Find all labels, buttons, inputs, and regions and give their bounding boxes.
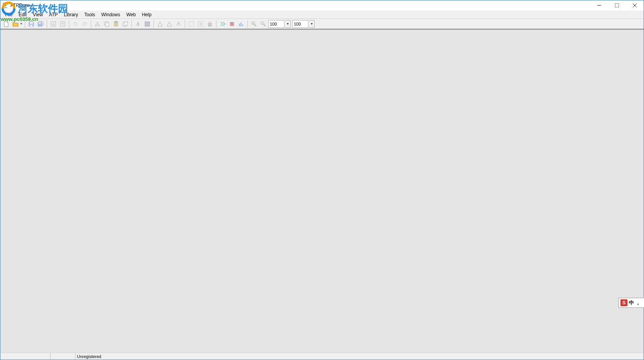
- status-text: Unregistered: [75, 354, 101, 359]
- statusbar: Unregistered: [0, 353, 644, 360]
- svg-rect-19: [124, 22, 128, 26]
- svg-rect-17: [115, 21, 117, 22]
- app-title: ATPDraw: [10, 3, 30, 8]
- ime-bar[interactable]: S 中 ，: [618, 298, 644, 308]
- separator: [25, 20, 25, 28]
- run-button: [218, 20, 227, 28]
- menu-view[interactable]: View: [30, 11, 46, 19]
- save-button: [27, 20, 36, 28]
- svg-line-36: [264, 24, 266, 26]
- ime-lang[interactable]: 中: [629, 299, 634, 306]
- close-button[interactable]: [626, 0, 644, 10]
- zoom-out-button: [259, 20, 267, 28]
- svg-rect-10: [51, 22, 56, 26]
- window-controls: [590, 0, 644, 10]
- svg-rect-9: [39, 22, 41, 24]
- separator: [91, 20, 91, 28]
- zoom-x-dropdown[interactable]: ▼: [285, 20, 291, 28]
- svg-rect-16: [114, 22, 118, 26]
- menu-library[interactable]: Library: [61, 11, 81, 19]
- svg-rect-14: [104, 22, 108, 25]
- menu-web[interactable]: Web: [123, 11, 139, 19]
- svg-rect-30: [242, 24, 243, 26]
- flip-button: [174, 20, 183, 28]
- export-button: [58, 20, 67, 28]
- stop-button: [228, 20, 236, 28]
- svg-rect-21: [145, 22, 150, 26]
- menu-atp[interactable]: ATP: [46, 11, 61, 19]
- svg-rect-18: [123, 22, 126, 26]
- separator: [247, 20, 248, 28]
- toolbar: ▼ A ▼ ▼: [0, 19, 644, 29]
- canvas[interactable]: [0, 29, 644, 353]
- svg-rect-27: [230, 22, 234, 26]
- redo-button: [80, 20, 89, 28]
- menu-help[interactable]: Help: [139, 11, 155, 19]
- status-segment-1: [0, 353, 51, 360]
- cut-button: [93, 20, 102, 28]
- rotate-left-button: [156, 20, 164, 28]
- new-button[interactable]: [2, 20, 10, 28]
- copy-button: [102, 20, 111, 28]
- select-button: [187, 20, 196, 28]
- paste-button: [112, 20, 120, 28]
- minimize-button[interactable]: [590, 0, 608, 10]
- import-button: [49, 20, 58, 28]
- svg-point-13: [98, 25, 100, 26]
- duplicate-button: [121, 20, 129, 28]
- undo-button: [71, 20, 80, 28]
- svg-point-31: [252, 22, 255, 25]
- separator: [216, 20, 216, 28]
- results-button: [237, 20, 245, 28]
- maximize-button[interactable]: [608, 0, 626, 10]
- ime-logo-icon[interactable]: S: [620, 299, 627, 306]
- separator: [47, 20, 47, 28]
- text-button: A: [134, 20, 142, 28]
- svg-rect-26: [208, 24, 211, 26]
- svg-rect-28: [239, 24, 240, 26]
- menu-edit[interactable]: Edit: [15, 11, 30, 19]
- menubar: File Edit View ATP Library Tools Windows…: [0, 10, 644, 19]
- zoom-y-dropdown[interactable]: ▼: [309, 20, 315, 28]
- app-icon: [3, 3, 8, 8]
- svg-point-35: [261, 22, 264, 25]
- status-segment-2: [51, 353, 75, 360]
- separator: [153, 20, 154, 28]
- svg-rect-25: [199, 23, 202, 25]
- separator: [185, 20, 185, 28]
- save-all-button: [36, 20, 45, 28]
- app-window: ATPDraw File Edit View ATP Library Tools…: [0, 0, 644, 360]
- separator: [131, 20, 132, 28]
- svg-text:A: A: [136, 21, 140, 27]
- svg-rect-8: [30, 25, 32, 26]
- select-all-button: [196, 20, 205, 28]
- zoom-x-input[interactable]: [268, 20, 285, 28]
- menu-windows[interactable]: Windows: [98, 11, 123, 19]
- zoom-in-button: [250, 20, 258, 28]
- menu-file[interactable]: File: [2, 11, 15, 19]
- svg-rect-23: [189, 22, 194, 26]
- svg-rect-4: [615, 3, 619, 7]
- font-button: [143, 20, 152, 28]
- titlebar: ATPDraw: [0, 0, 644, 10]
- titlebar-left: ATPDraw: [3, 3, 30, 8]
- svg-line-32: [254, 24, 256, 26]
- menu-tools[interactable]: Tools: [81, 11, 98, 19]
- svg-rect-29: [240, 22, 242, 26]
- separator: [69, 20, 69, 28]
- ime-punct[interactable]: ，: [635, 299, 641, 306]
- lock-button: [206, 20, 214, 28]
- svg-point-12: [95, 25, 97, 26]
- svg-rect-11: [60, 22, 65, 26]
- zoom-y-input[interactable]: [292, 20, 308, 28]
- svg-rect-7: [30, 22, 33, 24]
- svg-rect-24: [198, 21, 203, 27]
- open-dropdown-icon[interactable]: ▼: [20, 22, 23, 26]
- rotate-right-button: [165, 20, 174, 28]
- open-button[interactable]: ▼: [11, 20, 23, 28]
- svg-rect-15: [106, 23, 109, 26]
